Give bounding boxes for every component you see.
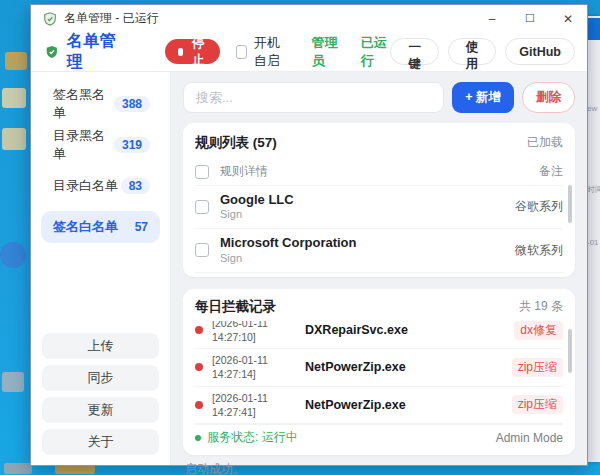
rule-type: Sign xyxy=(220,252,357,265)
count-badge: 57 xyxy=(127,219,150,235)
app-title: 名单管理 xyxy=(67,31,117,73)
status-message: 启动成功。 xyxy=(183,455,575,475)
search-input[interactable] xyxy=(183,82,444,113)
log-date: [2026-01-11 xyxy=(212,353,282,367)
toolbar: + 新增 删除 xyxy=(183,82,575,113)
autostart-checkbox[interactable] xyxy=(236,45,247,59)
block-dot-icon xyxy=(195,363,203,371)
select-all-checkbox[interactable] xyxy=(195,165,209,179)
admin-mode-label: Admin Mode xyxy=(496,431,563,445)
log-row[interactable]: [2026-01-11 14:27:14] NetPowerZip.exe zi… xyxy=(195,349,563,386)
minimize-button[interactable]: – xyxy=(473,5,511,32)
log-time: 14:27:41] xyxy=(212,405,282,419)
log-time: 14:27:10] xyxy=(212,330,282,344)
log-time: 14:27:14] xyxy=(212,367,282,381)
log-title: 每日拦截记录 xyxy=(195,298,276,316)
sidebar: 签名黑名单 388 目录黑名单 319 目录白名单 83 签名白名单 57 上传… xyxy=(31,72,171,465)
sync-button[interactable]: 同步 xyxy=(42,365,159,391)
stop-button[interactable]: 停止 xyxy=(165,39,221,64)
background-window: ew 时间 -01 xyxy=(586,16,600,462)
rules-col-note: 备注 xyxy=(539,163,563,180)
log-row[interactable]: [2026-01-11 14:27:41] NetPowerZip.exe zi… xyxy=(195,387,563,424)
desktop-icon xyxy=(2,128,26,150)
sidebar-item-sign-blacklist[interactable]: 签名黑名单 388 xyxy=(41,88,160,120)
rules-loaded-status: 已加载 xyxy=(527,134,563,151)
count-badge: 388 xyxy=(114,96,150,112)
sidebar-item-sign-whitelist[interactable]: 签名白名单 57 xyxy=(41,211,160,243)
desktop-icon xyxy=(2,88,26,108)
log-date: [2026-01-11 xyxy=(212,321,282,330)
running-badge: 已运行 xyxy=(361,34,391,70)
log-tag: zip压缩 xyxy=(512,358,563,377)
main-area: + 新增 删除 规则列表 (57) 已加载 规则详情 备注 Google LLC xyxy=(171,72,587,465)
log-panel: 每日拦截记录 共 19 条 [2026-01-11 14:27:10] DXRe… xyxy=(183,289,575,455)
count-badge: 83 xyxy=(121,178,150,194)
rules-table-header: 规则详情 备注 xyxy=(195,158,563,186)
taskbar-tile xyxy=(4,463,32,474)
autostart-label: 开机自启 xyxy=(254,34,292,70)
log-tag: dx修复 xyxy=(514,321,563,340)
sidebar-item-dir-blacklist[interactable]: 目录黑名单 319 xyxy=(41,129,160,161)
log-scrollbar[interactable] xyxy=(568,329,572,373)
github-button[interactable]: GitHub xyxy=(505,38,575,65)
update-button[interactable]: 更新 xyxy=(42,397,159,423)
row-checkbox[interactable] xyxy=(195,243,209,257)
rule-name: Google LLC xyxy=(220,192,294,208)
admin-badge: 管理员 xyxy=(311,34,341,70)
shield-icon xyxy=(43,12,57,26)
app-header: 名单管理 停止 开机自启 管理员 已运行 一键伪装 使用指南 GitHub xyxy=(31,32,587,72)
add-button[interactable]: + 新增 xyxy=(452,82,514,113)
log-file: NetPowerZip.exe xyxy=(305,360,406,374)
service-status-dot-icon xyxy=(195,435,201,441)
background-window-titlebar xyxy=(586,18,600,40)
rules-scrollbar[interactable] xyxy=(568,185,572,223)
service-status-bar: 服务状态: 运行中 Admin Mode xyxy=(195,424,563,451)
block-dot-icon xyxy=(195,326,203,334)
log-row[interactable]: [2026-01-11 14:27:10] DXRepairSvc.exe dx… xyxy=(195,321,563,349)
rule-name: Microsoft Corporation xyxy=(220,235,357,251)
title-bar[interactable]: 名单管理 - 已运行 – ☐ ✕ xyxy=(31,5,587,32)
desktop-icon xyxy=(5,52,27,70)
row-checkbox[interactable] xyxy=(195,200,209,214)
log-total: 共 19 条 xyxy=(519,298,563,315)
delete-button[interactable]: 删除 xyxy=(522,82,575,113)
autostart-toggle[interactable]: 开机自启 xyxy=(236,34,291,70)
log-date: [2026-01-11 xyxy=(212,391,282,405)
count-badge: 319 xyxy=(114,137,150,153)
service-status: 服务状态: 运行中 xyxy=(207,429,298,446)
desktop-icon xyxy=(0,242,26,268)
rule-note: 谷歌系列 xyxy=(515,198,563,215)
app-shield-icon xyxy=(45,43,59,61)
rule-row[interactable]: Google LLC Sign 谷歌系列 xyxy=(195,186,563,229)
sidebar-item-dir-whitelist[interactable]: 目录白名单 83 xyxy=(41,170,160,202)
window-title: 名单管理 - 已运行 xyxy=(64,10,159,27)
about-button[interactable]: 关于 xyxy=(42,429,159,455)
rules-panel: 规则列表 (57) 已加载 规则详情 备注 Google LLC Sign 谷歌… xyxy=(183,123,575,277)
stop-icon xyxy=(178,48,184,56)
log-file: NetPowerZip.exe xyxy=(305,398,406,412)
maximize-button[interactable]: ☐ xyxy=(511,5,549,32)
log-file: DXRepairSvc.exe xyxy=(305,323,408,337)
close-button[interactable]: ✕ xyxy=(549,5,587,32)
disguise-button[interactable]: 一键伪装 xyxy=(390,38,438,65)
app-window: 名单管理 - 已运行 – ☐ ✕ 名单管理 停止 开机自启 管理员 已运行 一键… xyxy=(30,4,588,466)
guide-button[interactable]: 使用指南 xyxy=(448,38,496,65)
rule-row[interactable]: Microsoft Corporation Sign 微软系列 xyxy=(195,229,563,272)
desktop-icon xyxy=(2,372,24,392)
log-rows: [2026-01-11 14:27:10] DXRepairSvc.exe dx… xyxy=(195,321,563,424)
block-dot-icon xyxy=(195,401,203,409)
rule-type: Sign xyxy=(220,208,294,221)
rules-title: 规则列表 (57) xyxy=(195,134,277,152)
rule-note: 微软系列 xyxy=(515,242,563,259)
upload-button[interactable]: 上传 xyxy=(42,333,159,359)
rules-col-detail: 规则详情 xyxy=(220,163,268,180)
log-tag: zip压缩 xyxy=(512,395,563,414)
